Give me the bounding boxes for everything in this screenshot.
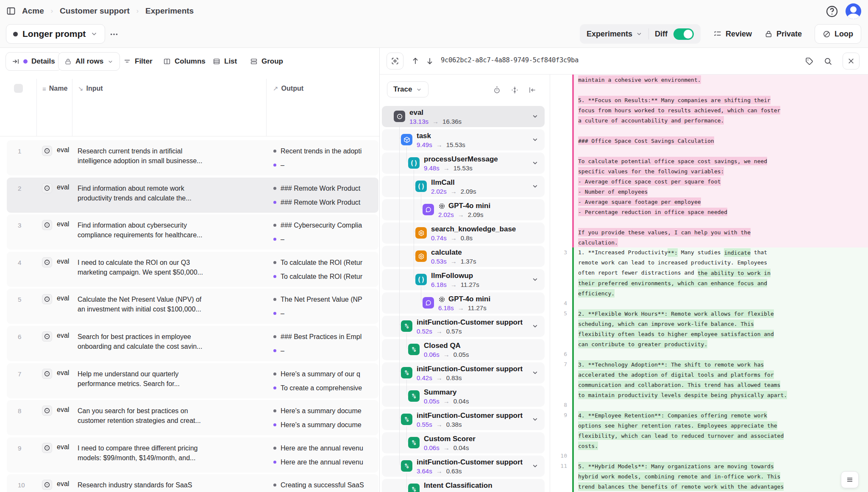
table-row[interactable]: 9 eval I need to compare three different… xyxy=(7,437,378,473)
diff-line xyxy=(550,146,868,156)
review-button[interactable]: Review xyxy=(713,30,752,39)
trace-span-initfunction-customer-support-c-[interactable]: % initFunction-Customer support-C... 0.5… xyxy=(382,316,545,337)
column-header-output[interactable]: ↗ Output xyxy=(273,85,303,92)
sidebar-toggle-icon[interactable] xyxy=(6,6,16,16)
table-row[interactable]: 7 eval Help me understand our quarterly … xyxy=(7,363,378,398)
table-row[interactable]: 3 eval Find information about cybersecur… xyxy=(7,214,378,250)
trace-span-gpt-4o-mini[interactable]: GPT-4o mini 2.02s → 2.09s xyxy=(382,199,545,220)
focus-span-button[interactable] xyxy=(387,53,403,69)
table-row[interactable]: 6 eval Search for best practices in empl… xyxy=(7,326,378,361)
diff-text xyxy=(574,349,868,359)
chevron-down-icon[interactable] xyxy=(531,276,539,283)
row-name: eval xyxy=(57,369,69,377)
output-line: Here are the annual revenu xyxy=(273,441,378,455)
column-header-input[interactable]: ↘ Input xyxy=(78,85,103,92)
chevron-down-icon[interactable] xyxy=(531,183,539,190)
trace-span-initfunction-customer-support-c-[interactable]: % initFunction-Customer support-C... 0.5… xyxy=(382,409,545,430)
output-cell: Creating a successful SaaS xyxy=(273,478,378,492)
trace-span-initfunction-customer-support-c-[interactable]: % initFunction-Customer support-C... 3.6… xyxy=(382,456,545,477)
breadcrumb: Acme › Customer support › Experiments xyxy=(0,0,868,22)
chevron-down-icon[interactable] xyxy=(531,113,539,120)
trace-span-summary[interactable]: % Summary 0.05s → 0.04s xyxy=(382,386,545,407)
trace-span-custom-scorer[interactable]: % Custom Scorer 0.06s → 0.04s xyxy=(382,432,545,453)
span-label: initFunction-Customer support-C... xyxy=(417,458,523,467)
breadcrumb-org[interactable]: Acme xyxy=(22,6,44,16)
chevron-down-icon[interactable] xyxy=(531,159,539,167)
trace-span-initfunction-customer-support-c-[interactable]: % initFunction-Customer support-C... 0.4… xyxy=(382,362,545,384)
trace-panel-header: 9c062bc2-a8c7-4a88-9749-5cf840f3c9ba xyxy=(380,48,868,75)
next-row-icon[interactable] xyxy=(426,57,434,65)
collapse-left-icon[interactable] xyxy=(528,86,536,94)
output-line: Here's a summary docume xyxy=(273,404,378,418)
span-durations: 0.74s → 0.8s xyxy=(431,234,473,242)
trace-span-intent-classification[interactable]: % Intent Classification 0.13s → 0.08s xyxy=(382,479,545,492)
output-text: To calculate the ROI (Retur xyxy=(281,259,362,267)
chevron-down-icon[interactable] xyxy=(531,416,539,423)
prev-row-icon[interactable] xyxy=(411,57,420,65)
search-icon[interactable] xyxy=(823,57,832,66)
more-menu-icon[interactable] xyxy=(109,30,119,39)
span-label: task xyxy=(417,132,431,140)
output-line: Recent trends in the adopti xyxy=(273,144,378,158)
filter-button[interactable]: Filter xyxy=(123,52,153,71)
private-button[interactable]: Private xyxy=(765,30,802,39)
table-row[interactable]: 1 eval Research current trends in artifi… xyxy=(7,140,378,175)
line-number: 11 xyxy=(550,461,572,492)
eval-icon xyxy=(42,480,52,490)
trace-span-gpt-4o-mini[interactable]: GPT-4o mini 6.18s → 11.27s xyxy=(382,292,545,314)
trace-view-dropdown[interactable]: Trace xyxy=(387,81,428,97)
loop-button[interactable]: Loop xyxy=(815,24,861,44)
chevron-down-icon[interactable] xyxy=(531,136,539,143)
chevron-down-icon[interactable] xyxy=(531,462,539,470)
table-row[interactable]: 8 eval Can you search for best practices… xyxy=(7,400,378,435)
breadcrumb-section[interactable]: Experiments xyxy=(145,6,194,16)
column-header-name[interactable]: ≡ Name xyxy=(42,85,67,92)
columns-button[interactable]: Columns xyxy=(163,52,206,71)
eval-icon xyxy=(42,443,52,453)
eval-icon xyxy=(42,220,52,230)
fit-rows-icon[interactable] xyxy=(511,86,519,94)
row-name: eval xyxy=(57,443,69,451)
close-panel-button[interactable] xyxy=(843,53,860,69)
trace-span-task[interactable]: task 9.49s → 15.53s xyxy=(382,129,545,150)
tag-icon[interactable] xyxy=(805,57,814,66)
trace-span-llmcall[interactable]: () llmCall 2.02s → 2.09s xyxy=(382,176,545,197)
span-label: initFunction-Customer support-C... xyxy=(417,411,523,420)
table-row[interactable]: 10 eval Research industry standards for … xyxy=(7,474,378,492)
trace-span-calculate[interactable]: calculate 0.53s → 1.37s xyxy=(382,246,545,267)
raw-view-button[interactable] xyxy=(841,471,859,488)
timer-icon[interactable] xyxy=(493,86,501,94)
arrow-right-icon: → xyxy=(432,118,439,125)
list-button[interactable]: List xyxy=(213,52,237,71)
span-durations: 9.49s → 15.53s xyxy=(417,141,465,148)
trace-span-processusermessage[interactable]: () processUserMessage 9.48s → 15.53s xyxy=(382,153,545,174)
score-span-icon: % xyxy=(401,320,412,332)
row-number: 5 xyxy=(18,296,21,303)
diff-toggle[interactable] xyxy=(673,28,694,40)
arrow-right-icon: → xyxy=(458,211,464,218)
rows-scope-dropdown[interactable]: All rows xyxy=(58,52,120,71)
view-mode-dropdown[interactable]: Experiments xyxy=(587,30,643,39)
span-durations: 6.18s → 11.27s xyxy=(438,304,487,311)
group-button[interactable]: Group xyxy=(250,52,283,71)
help-icon[interactable] xyxy=(825,5,839,18)
span-duration: 0.52s xyxy=(417,328,432,335)
breadcrumb-project[interactable]: Customer support xyxy=(60,6,130,16)
span-label: Custom Scorer xyxy=(424,435,476,443)
span-label: calculate xyxy=(431,248,462,257)
table-row[interactable]: 5 eval Calculate the Net Present Value (… xyxy=(7,289,378,324)
details-button[interactable]: Details xyxy=(6,52,61,71)
trace-span-llmfollowup[interactable]: () llmFollowup 6.18s → 11.27s xyxy=(382,269,545,290)
select-all-checkbox[interactable] xyxy=(14,84,23,93)
arrow-right-icon: → xyxy=(451,234,457,242)
experiment-selector[interactable]: Longer prompt xyxy=(6,24,105,44)
table-row[interactable]: 2 eval Find information about remote wor… xyxy=(7,178,378,213)
chevron-down-icon[interactable] xyxy=(531,369,539,376)
chevron-down-icon[interactable] xyxy=(531,322,539,330)
trace-span-search-knowledge-base[interactable]: search_knowledge_base 0.74s → 0.8s xyxy=(382,222,545,244)
avatar[interactable] xyxy=(846,3,861,19)
trace-span-eval[interactable]: eval 13.13s → 16.36s xyxy=(382,106,545,127)
output-line: – xyxy=(273,158,378,172)
table-row[interactable]: 4 eval I need to calculate the ROI on ou… xyxy=(7,252,378,287)
trace-span-closed-qa[interactable]: % Closed QA 0.06s → 0.05s xyxy=(382,339,545,360)
